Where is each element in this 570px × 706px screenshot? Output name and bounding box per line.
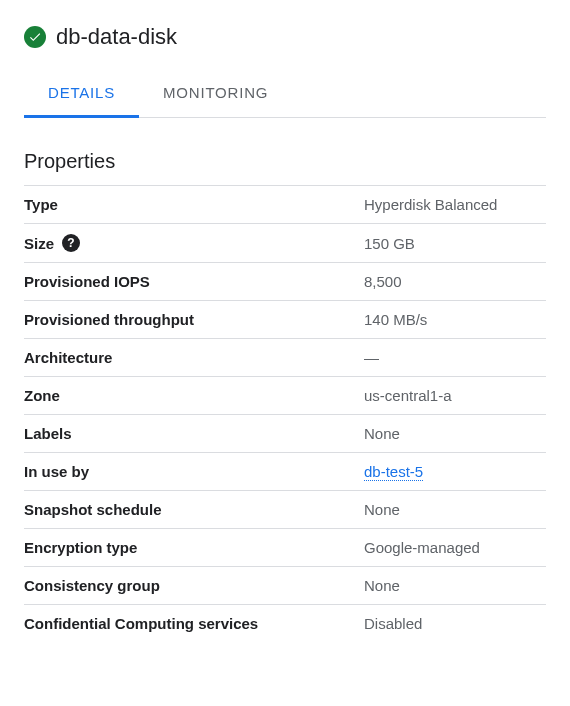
- property-label: In use by: [24, 453, 364, 491]
- page-header: db-data-disk: [24, 24, 546, 50]
- properties-heading: Properties: [24, 150, 546, 173]
- property-label-text: Confidential Computing services: [24, 615, 258, 632]
- property-label: Confidential Computing services: [24, 605, 364, 643]
- property-label: Encryption type: [24, 529, 364, 567]
- property-row: Snapshot scheduleNone: [24, 491, 546, 529]
- status-ok-icon: [24, 26, 46, 48]
- property-label-text: Encryption type: [24, 539, 137, 556]
- property-label: Architecture: [24, 339, 364, 377]
- property-label-text: In use by: [24, 463, 89, 480]
- property-label-text: Provisioned IOPS: [24, 273, 150, 290]
- property-label: Provisioned IOPS: [24, 263, 364, 301]
- property-value: db-test-5: [364, 453, 546, 491]
- property-row: Provisioned IOPS8,500: [24, 263, 546, 301]
- property-label-text: Architecture: [24, 349, 112, 366]
- properties-table: TypeHyperdisk BalancedSize?150 GBProvisi…: [24, 185, 546, 642]
- in-use-by-link[interactable]: db-test-5: [364, 463, 423, 481]
- property-label: Zone: [24, 377, 364, 415]
- property-row: Provisioned throughput140 MB/s: [24, 301, 546, 339]
- property-row: LabelsNone: [24, 415, 546, 453]
- property-label: Labels: [24, 415, 364, 453]
- property-value: us-central1-a: [364, 377, 546, 415]
- property-row: In use bydb-test-5: [24, 453, 546, 491]
- property-value: Disabled: [364, 605, 546, 643]
- property-row: Architecture—: [24, 339, 546, 377]
- property-label-text: Labels: [24, 425, 72, 442]
- property-value: —: [364, 339, 546, 377]
- help-icon[interactable]: ?: [62, 234, 80, 252]
- property-row: Zoneus-central1-a: [24, 377, 546, 415]
- property-label: Type: [24, 186, 364, 224]
- property-label-text: Zone: [24, 387, 60, 404]
- property-row: Encryption typeGoogle-managed: [24, 529, 546, 567]
- property-value: None: [364, 491, 546, 529]
- tab-monitoring[interactable]: MONITORING: [139, 70, 292, 118]
- property-value: None: [364, 415, 546, 453]
- property-value: None: [364, 567, 546, 605]
- property-label-text: Consistency group: [24, 577, 160, 594]
- property-value: Hyperdisk Balanced: [364, 186, 546, 224]
- property-label-text: Type: [24, 196, 58, 213]
- property-label-text: Size: [24, 235, 54, 252]
- tab-details[interactable]: DETAILS: [24, 70, 139, 118]
- property-row: Confidential Computing servicesDisabled: [24, 605, 546, 643]
- property-label-text: Snapshot schedule: [24, 501, 162, 518]
- property-label: Consistency group: [24, 567, 364, 605]
- property-row: Consistency groupNone: [24, 567, 546, 605]
- property-value: 140 MB/s: [364, 301, 546, 339]
- property-value: Google-managed: [364, 529, 546, 567]
- page-title: db-data-disk: [56, 24, 177, 50]
- property-label: Size?: [24, 224, 364, 263]
- property-row: Size?150 GB: [24, 224, 546, 263]
- tabs: DETAILSMONITORING: [24, 70, 546, 118]
- property-row: TypeHyperdisk Balanced: [24, 186, 546, 224]
- property-label: Provisioned throughput: [24, 301, 364, 339]
- property-label-text: Provisioned throughput: [24, 311, 194, 328]
- property-value: 8,500: [364, 263, 546, 301]
- property-label: Snapshot schedule: [24, 491, 364, 529]
- property-value: 150 GB: [364, 224, 546, 263]
